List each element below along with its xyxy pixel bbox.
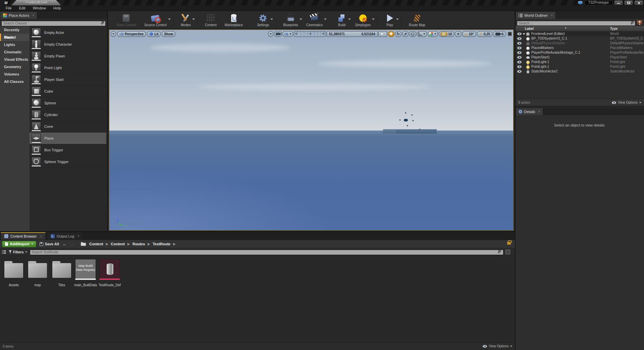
- breadcrumb-content[interactable]: Content: [89, 242, 103, 246]
- filters-button[interactable]: Filters: [9, 250, 27, 254]
- category-recently-placed[interactable]: Recently Placed: [0, 26, 30, 34]
- visibility-eye-icon[interactable]: [517, 47, 522, 49]
- visibility-eye-icon[interactable]: [517, 56, 522, 59]
- camera-speed-value[interactable]: 6: [501, 32, 503, 36]
- sources-toggle-icon[interactable]: [2, 250, 6, 254]
- search-classes-input[interactable]: [1, 21, 106, 26]
- category-geometry[interactable]: Geometry: [0, 63, 30, 70]
- menu-file[interactable]: File: [2, 6, 15, 10]
- breadcrumb-routes[interactable]: Routes: [132, 242, 145, 246]
- list-item-cylinder[interactable]: Cylinder: [30, 109, 106, 121]
- lit-mode-button[interactable]: Lit: [147, 31, 161, 37]
- simplygon-button[interactable]: Simplygon: [352, 13, 375, 27]
- scale-tool-button[interactable]: ⇗: [402, 31, 409, 37]
- scale-snap-group[interactable]: ↗0,25: [477, 31, 493, 37]
- list-item-sphere-trigger[interactable]: Sphere Trigger: [30, 156, 106, 168]
- outliner-search-input[interactable]: [517, 21, 635, 26]
- outliner-row-defaultphysicsvolume[interactable]: DefaultPhysicsVolumeDefaultPhysicsVolume: [516, 41, 644, 46]
- axis-snap-dropdown[interactable]: [417, 31, 427, 37]
- outliner-row-staticmeshactor2[interactable]: StaticMeshActor2StaticMeshActor: [516, 69, 644, 74]
- category-lights[interactable]: Lights: [0, 41, 30, 48]
- tab-content-browser[interactable]: Content Browser ×: [1, 232, 46, 240]
- build-button[interactable]: Build: [334, 13, 351, 27]
- asset-folder-map[interactable]: [27, 259, 48, 280]
- close-tab-icon[interactable]: ×: [77, 234, 79, 238]
- breadcrumb-content-2[interactable]: Content: [111, 242, 125, 246]
- coordinate-x-value[interactable]: 51,380371: [329, 32, 345, 36]
- forward-button[interactable]: →: [69, 242, 74, 247]
- list-item-player-start[interactable]: Player Start: [30, 74, 106, 86]
- menu-help[interactable]: Help: [50, 6, 65, 10]
- route-position-slider[interactable]: E E S: [294, 31, 326, 37]
- modes-button[interactable]: Modes: [178, 13, 195, 27]
- list-item-point-light[interactable]: Point Light: [30, 62, 106, 74]
- column-type[interactable]: Type: [610, 27, 618, 31]
- outliner-row-pointlight-1[interactable]: PointLight-1PointLight: [516, 60, 644, 64]
- viewport-options-dropdown[interactable]: [111, 31, 116, 37]
- expand-arrow-icon[interactable]: [523, 33, 525, 35]
- add-filter-icon[interactable]: [637, 20, 643, 25]
- scale-snap-value[interactable]: 0,25: [484, 32, 490, 36]
- content-button[interactable]: Content: [202, 13, 221, 27]
- asset-main-builtdata[interactable]: Map Build Data Registry: [75, 259, 96, 280]
- settings-button[interactable]: Settings: [254, 13, 273, 27]
- column-label[interactable]: Label: [525, 27, 534, 31]
- camera-speed-group[interactable]: 6: [493, 31, 506, 37]
- tab-output-log[interactable]: >_ Output Log ×: [47, 232, 83, 240]
- actor-snap-button[interactable]: ❖: [455, 31, 462, 37]
- list-item-empty-actor[interactable]: Empty Actor: [30, 27, 106, 39]
- visibility-eye-icon[interactable]: [517, 61, 522, 63]
- visibility-eye-icon[interactable]: [517, 42, 522, 45]
- list-item-empty-pawn[interactable]: Empty Pawn: [30, 50, 106, 62]
- category-cinematic[interactable]: Cinematic: [0, 48, 30, 56]
- list-item-box-trigger[interactable]: Box Trigger: [30, 144, 106, 156]
- play-button[interactable]: Play: [382, 13, 399, 27]
- breadcrumb-testroute[interactable]: TestRoute: [153, 242, 170, 246]
- minimize-button[interactable]: [614, 1, 623, 5]
- asset-folder-tiles[interactable]: [51, 259, 72, 280]
- category-visual-effects[interactable]: Visual Effects: [0, 56, 30, 63]
- view-layout-dropdown[interactable]: [282, 31, 293, 37]
- list-item-cone[interactable]: Cone: [30, 121, 106, 133]
- visibility-eye-icon[interactable]: [517, 33, 522, 35]
- close-tab-icon[interactable]: ×: [538, 110, 540, 113]
- save-current-button[interactable]: Save Current: [114, 13, 140, 27]
- category-all-classes[interactable]: All Classes: [0, 78, 30, 85]
- add-import-button[interactable]: Add/Import: [2, 241, 36, 247]
- maximize-viewport-button[interactable]: [508, 32, 512, 36]
- content-view-options-button[interactable]: View Options: [483, 344, 512, 348]
- outliner-view-options-button[interactable]: View Options: [612, 101, 641, 104]
- close-tab-icon[interactable]: ×: [551, 13, 553, 17]
- asset-folder-assets[interactable]: [3, 259, 24, 280]
- actor-sprite-cluster[interactable]: [404, 119, 408, 121]
- move-tool-button[interactable]: ✚: [388, 31, 394, 37]
- save-search-icon[interactable]: [505, 250, 510, 254]
- list-item-empty-character[interactable]: Empty Character: [30, 39, 106, 50]
- outliner-row-bp-todsystem[interactable]: BP_TODSystemV3_C-1BP_TODSystemV3_C: [516, 36, 644, 41]
- close-button[interactable]: [635, 1, 643, 5]
- list-item-sphere[interactable]: Sphere: [30, 97, 106, 109]
- category-volumes[interactable]: Volumes: [0, 70, 30, 78]
- visibility-eye-icon[interactable]: [517, 70, 522, 73]
- route-map-button[interactable]: Route Map: [406, 13, 429, 27]
- list-item-cube[interactable]: Cube: [30, 86, 106, 97]
- route-coordinates-field[interactable]: 51,380371 0,521164: [327, 31, 378, 37]
- sort-ascending-icon[interactable]: ▲: [565, 27, 567, 29]
- outliner-row-playerstart1[interactable]: PlayerStart1PlayerStart: [516, 55, 644, 60]
- world-space-toggle[interactable]: [409, 31, 416, 37]
- level-viewport[interactable]: z y Perspective Lit Show E E: [109, 30, 514, 231]
- marketplace-button[interactable]: Marketplace: [222, 13, 247, 27]
- source-control-button[interactable]: Source Control: [142, 13, 171, 27]
- outliner-row-pointlight-2[interactable]: PointLight-1PointLight: [516, 64, 644, 69]
- go-to-route-button[interactable]: [378, 31, 387, 37]
- grid-snap-toggle[interactable]: [440, 32, 447, 36]
- visibility-eye-icon[interactable]: [517, 51, 522, 54]
- content-search-input[interactable]: [30, 250, 503, 255]
- save-all-button[interactable]: Save All: [40, 242, 59, 246]
- rotation-snap-value[interactable]: 10°: [469, 32, 474, 36]
- perspective-button[interactable]: Perspective: [117, 31, 146, 37]
- rotate-tool-button[interactable]: ↻: [395, 31, 401, 37]
- static-mesh-platform[interactable]: [383, 129, 437, 134]
- grid-snap-value[interactable]: 10: [448, 32, 452, 36]
- rotation-snap-group[interactable]: △10°: [462, 31, 476, 37]
